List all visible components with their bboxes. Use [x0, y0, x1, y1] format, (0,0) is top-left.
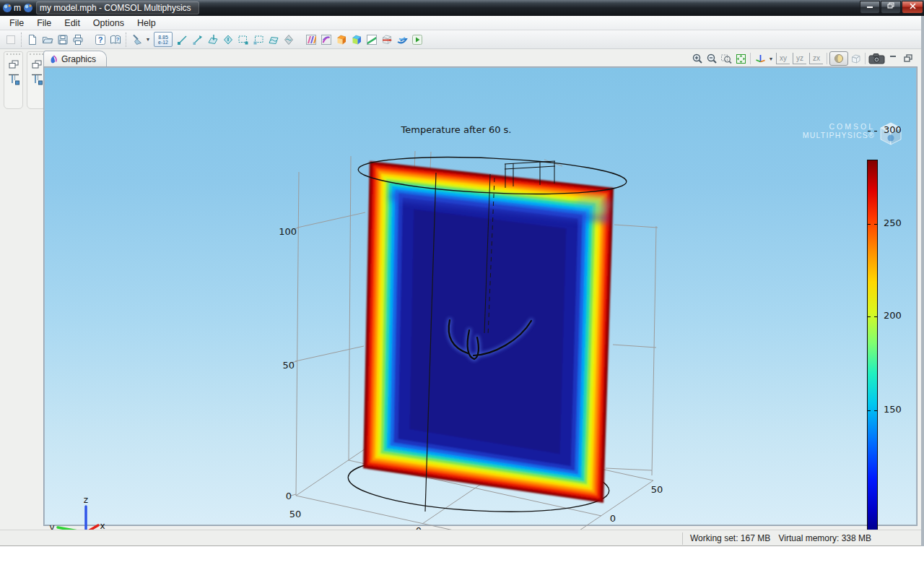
brand-line1: COMSOL	[751, 122, 875, 131]
slice-plot-icon[interactable]	[303, 32, 318, 48]
view-xy-button[interactable]: xy	[776, 53, 790, 64]
restore-button[interactable]	[881, 1, 901, 14]
menu-item-edit-2[interactable]: Edit	[58, 17, 87, 30]
float-panel-icon[interactable]	[7, 72, 20, 86]
isosurface-plot-icon[interactable]	[318, 32, 334, 48]
colorbar-tick	[874, 131, 877, 131]
deselect-box-icon[interactable]	[250, 32, 266, 48]
colorbar-tick	[868, 131, 871, 131]
save-icon[interactable]	[55, 32, 70, 48]
scene-light-icon	[834, 53, 844, 64]
colorbar-tick	[874, 224, 877, 225]
zoom-out-icon[interactable]	[705, 51, 719, 66]
clear-dropdown-caret-icon[interactable]: ▼	[144, 37, 152, 42]
select-point-icon[interactable]	[190, 32, 205, 48]
float-panel-icon[interactable]	[30, 72, 43, 86]
restore-icon	[887, 2, 895, 9]
collapsed-model-builder-strip	[4, 51, 23, 109]
clip-domain-icon[interactable]	[281, 32, 296, 48]
view-zx-button[interactable]: zx	[809, 53, 823, 64]
axis-label-z-50: 50	[282, 360, 295, 371]
restore-panel-icon[interactable]	[901, 51, 915, 66]
svg-text:?: ?	[116, 36, 119, 43]
default-view-icon[interactable]	[753, 51, 767, 66]
close-icon	[910, 3, 916, 9]
view-yz-button[interactable]: yz	[793, 53, 806, 64]
select-boundary-icon[interactable]	[205, 32, 220, 48]
document-icon	[23, 3, 33, 13]
plane-plot-icon[interactable]	[364, 32, 379, 48]
workspace-background: Graphics ▼ xy yz zx	[0, 49, 924, 530]
zoom-extents-icon[interactable]	[733, 51, 748, 66]
window-title: my model.mph - COMSOL Multiphysics	[36, 1, 199, 14]
new-file-icon[interactable]	[25, 32, 40, 48]
constants-button[interactable]: 8.85 e-12	[154, 32, 173, 47]
graphics-header: Graphics ▼ xy yz zx	[43, 51, 918, 66]
menu-item-file-1[interactable]: File	[30, 17, 58, 30]
colorbar-tick	[874, 410, 877, 411]
clear-solution-icon[interactable]	[129, 32, 144, 48]
open-file-icon[interactable]	[40, 32, 55, 48]
restore-panel-icon[interactable]	[31, 59, 43, 70]
documentation-icon[interactable]: ?	[108, 32, 123, 48]
surface-plot-icon[interactable]	[334, 32, 349, 48]
restore-panel-icon[interactable]	[8, 59, 19, 70]
svg-text:?: ?	[97, 35, 103, 44]
virtual-memory-status: Virtual memory: 338 MB	[779, 533, 872, 543]
drag-grip[interactable]	[30, 53, 43, 56]
app-icon	[2, 3, 12, 13]
axis-label-z-100: 100	[279, 226, 297, 237]
help-icon[interactable]: ?	[92, 32, 108, 48]
tab-graphics-label: Graphics	[61, 54, 96, 64]
colorbar	[867, 160, 878, 541]
streamline-plot-icon[interactable]	[394, 32, 409, 48]
toolbar-separator	[21, 33, 22, 47]
zoom-box-icon[interactable]	[719, 51, 733, 66]
print-icon[interactable]	[70, 32, 85, 48]
graphics-toolbar: ▼ xy yz zx	[690, 51, 915, 66]
constants-line1: 8.85	[158, 35, 168, 40]
view-dropdown-caret-icon[interactable]: ▼	[767, 56, 775, 61]
menu-item-help-4[interactable]: Help	[131, 17, 162, 30]
colorbar-tick	[868, 410, 871, 411]
axis-label-y-0: 0	[610, 513, 616, 524]
menu-item-file-0[interactable]: File	[3, 17, 30, 30]
desktop-background	[0, 546, 924, 578]
colorbar-tick	[868, 316, 871, 317]
select-domain-icon[interactable]	[220, 32, 235, 48]
axis-label-z-0: 0	[286, 491, 292, 501]
arrow-plot-icon[interactable]	[379, 32, 394, 48]
title-bar[interactable]: m my model.mph - COMSOL Multiphysics	[0, 0, 924, 16]
snapshot-icon[interactable]	[868, 51, 886, 66]
select-edge-icon[interactable]	[175, 32, 190, 48]
working-set-status: Working set: 167 MB	[690, 533, 770, 543]
axis-label-x-50: 50	[289, 509, 302, 519]
colorbar-tick-label: 200	[884, 310, 902, 321]
play-animation-icon[interactable]	[409, 32, 424, 48]
comsol-window: m my model.mph - COMSOL Multiphysics Fil…	[0, 0, 924, 578]
minimize-button[interactable]	[860, 1, 880, 14]
colorbar-tick-label: 300	[884, 124, 902, 135]
close-button[interactable]	[902, 1, 923, 14]
menu-bar: FileFileEditOptionsHelp	[0, 16, 924, 30]
colorbar-tick-label: 150	[884, 404, 902, 415]
transparency-icon[interactable]	[848, 51, 863, 66]
select-box-icon[interactable]	[235, 32, 250, 48]
clip-plane-icon[interactable]	[266, 32, 281, 48]
toolbar-separator	[126, 33, 126, 47]
drag-grip[interactable]	[6, 53, 20, 56]
menu-item-options-3[interactable]: Options	[87, 17, 131, 30]
window-frame-edge	[921, 16, 924, 546]
scene-light-button[interactable]	[829, 51, 848, 66]
minimize-panel-icon[interactable]	[886, 51, 901, 66]
zoom-in-icon[interactable]	[690, 51, 705, 66]
tab-graphics[interactable]: Graphics	[43, 51, 107, 66]
minimize-icon	[866, 2, 873, 9]
new-model-icon[interactable]	[3, 32, 18, 48]
toolbar-separator	[750, 53, 751, 64]
taskbar-window-label: m	[14, 3, 21, 13]
comsol-flame-icon	[48, 54, 58, 64]
colorbar-tick	[868, 224, 871, 225]
z-axis-label: z	[84, 495, 88, 505]
volume-plot-icon[interactable]	[349, 32, 364, 48]
